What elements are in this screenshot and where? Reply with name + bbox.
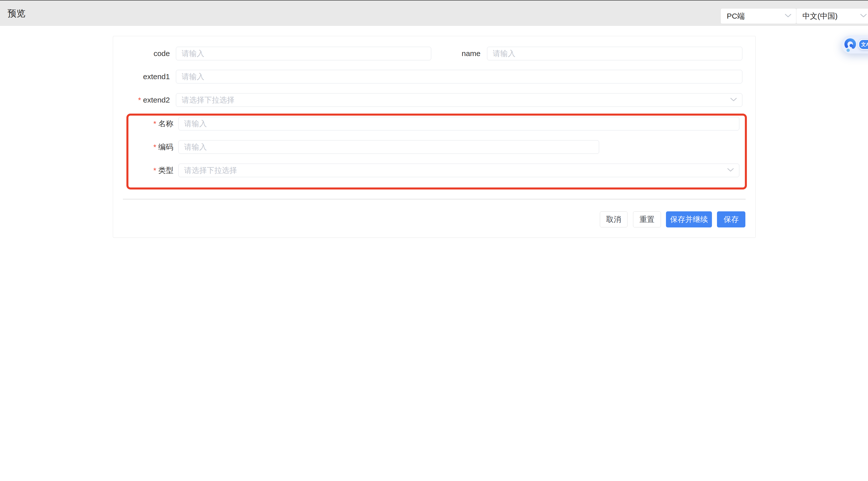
field-label-leixing: *类型 (116, 163, 174, 177)
required-asterisk: * (153, 143, 156, 151)
extend2-select-placeholder: 请选择下拉选择 (182, 95, 235, 105)
field-label-mingcheng: *名称 (116, 117, 174, 130)
save-and-continue-button[interactable]: 保存并继续 (666, 211, 712, 228)
reset-button[interactable]: 重置 (633, 211, 661, 228)
page-title: 预览 (7, 0, 26, 26)
required-asterisk: * (138, 96, 141, 104)
floating-widget-pill: 文A (841, 35, 868, 54)
header-bar: 预览 PC端 中文(中国) (0, 0, 868, 26)
extend1-input[interactable] (176, 70, 742, 84)
field-label-extend1: extend1 (113, 70, 170, 84)
translate-icon[interactable]: 文A (859, 39, 868, 50)
extend2-select[interactable]: 请选择下拉选择 (176, 93, 742, 107)
field-label-bianma: *编码 (116, 140, 174, 154)
chevron-down-icon (860, 13, 867, 19)
code-input[interactable] (176, 47, 431, 60)
chevron-down-icon (730, 97, 737, 102)
locale-select-value: 中文(中国) (802, 11, 838, 21)
device-select[interactable]: PC端 (720, 8, 796, 24)
footer-divider (123, 199, 746, 200)
leixing-select-placeholder: 请选择下拉选择 (184, 166, 237, 176)
field-label-name: name (424, 47, 480, 60)
leixing-select[interactable]: 请选择下拉选择 (179, 163, 739, 177)
name-input[interactable] (487, 47, 742, 60)
required-asterisk: * (153, 119, 156, 128)
mingcheng-input[interactable] (179, 117, 739, 130)
field-label-extend2: *extend2 (113, 93, 170, 107)
locale-select[interactable]: 中文(中国) (796, 8, 868, 24)
save-button[interactable]: 保存 (717, 211, 745, 228)
assistant-logo-icon[interactable] (844, 37, 856, 52)
bianma-input[interactable] (179, 140, 599, 154)
chevron-down-icon (727, 168, 734, 173)
device-select-value: PC端 (727, 11, 745, 21)
chevron-down-icon (784, 13, 792, 19)
required-asterisk: * (153, 166, 156, 174)
cancel-button[interactable]: 取消 (600, 211, 627, 228)
field-label-code: code (113, 47, 170, 60)
